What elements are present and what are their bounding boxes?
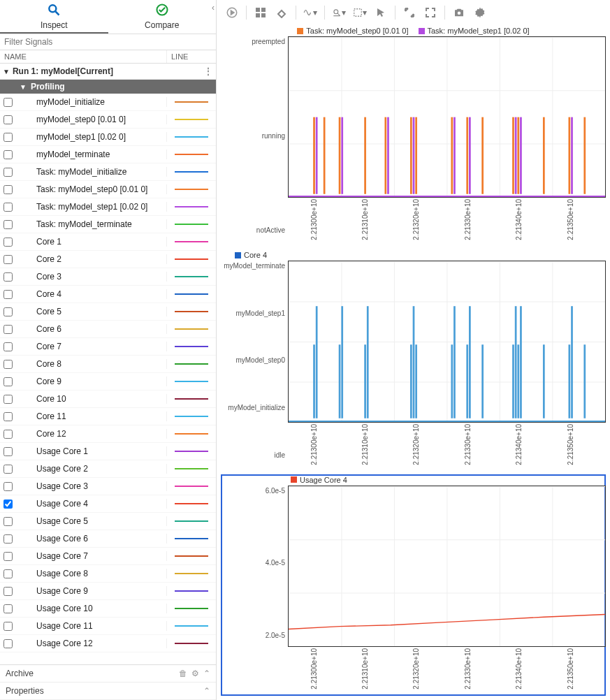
run-row[interactable]: ▼ Run 1: myModel[Current] ⋮ (0, 64, 216, 80)
chevron-up-icon[interactable]: ⌃ (203, 669, 210, 678)
fit-icon[interactable] (402, 6, 416, 20)
signal-row[interactable]: Usage Core 10 (0, 600, 216, 618)
signal-checkbox[interactable] (0, 569, 15, 578)
signal-row[interactable]: Core 6 (0, 321, 216, 338)
signal-row[interactable]: Core 9 (0, 373, 216, 391)
signal-checkbox[interactable] (0, 377, 15, 386)
signal-row[interactable]: Core 3 (0, 268, 216, 286)
signal-checkbox[interactable] (0, 622, 15, 631)
signal-checkbox[interactable] (0, 342, 15, 351)
signal-checkbox[interactable] (0, 447, 15, 456)
gear-icon[interactable] (473, 6, 487, 20)
signal-checkbox[interactable] (0, 552, 15, 561)
signal-row[interactable]: myModel_step0 [0.01 0] (0, 111, 216, 129)
signal-checkbox[interactable] (0, 150, 15, 159)
signal-row[interactable]: Usage Core 1 (0, 443, 216, 460)
signal-row[interactable]: Task: myModel_step0 [0.01 0] (0, 181, 216, 198)
signal-checkbox[interactable] (0, 325, 15, 334)
signal-row[interactable]: Usage Core 8 (0, 565, 216, 583)
signal-checkbox[interactable] (0, 360, 15, 369)
signal-row[interactable]: Core 2 (0, 251, 216, 268)
signal-checkbox[interactable] (0, 430, 15, 439)
signal-row[interactable]: Core 8 (0, 356, 216, 373)
signal-row[interactable]: Core 11 (0, 408, 216, 425)
signal-line-swatch (167, 363, 216, 365)
filter-signals-input[interactable] (0, 34, 216, 50)
signal-checkbox[interactable] (0, 465, 15, 474)
signal-tree[interactable]: ▼ Run 1: myModel[Current] ⋮ ▼ Profiling … (0, 64, 216, 664)
col-name-header[interactable]: NAME (0, 50, 167, 63)
signal-checkbox[interactable] (0, 220, 15, 229)
tab-inspect[interactable]: Inspect (0, 0, 108, 34)
chevron-up-icon[interactable]: ⌃ (203, 686, 210, 696)
signal-row[interactable]: Usage Core 12 (0, 635, 216, 652)
signal-checkbox[interactable] (0, 98, 15, 107)
signal-checkbox[interactable] (0, 115, 15, 124)
chart3-plot[interactable] (288, 486, 606, 647)
camera-icon[interactable] (452, 6, 466, 20)
chart1-plot[interactable] (288, 36, 606, 198)
signal-checkbox[interactable] (0, 272, 15, 282)
chart2-plot[interactable] (288, 261, 606, 422)
signal-checkbox[interactable] (0, 604, 15, 613)
clear-icon[interactable] (275, 6, 289, 20)
signal-row[interactable]: Usage Core 11 (0, 618, 216, 635)
chart-usage-core4[interactable]: Usage Core 4 6.0e-5 4.0e-5 2.0e-5 2.2130… (221, 474, 606, 696)
signal-row[interactable]: Task: myModel_step1 [0.02 0] (0, 198, 216, 216)
chart-core4[interactable]: Core 4 myModel_terminate myModel_step1 m… (221, 249, 606, 471)
more-icon[interactable]: ⋮ (203, 66, 213, 77)
signal-checkbox[interactable] (0, 395, 15, 404)
signal-row[interactable]: Task: myModel_terminate (0, 216, 216, 233)
signal-row[interactable]: Task: myModel_initialize (0, 163, 216, 181)
signal-checkbox[interactable] (0, 238, 15, 247)
signal-checkbox[interactable] (0, 255, 15, 264)
signal-row[interactable]: myModel_terminate (0, 146, 216, 163)
signal-row[interactable]: Core 12 (0, 425, 216, 443)
grid-layout-icon[interactable] (254, 6, 268, 20)
signal-row[interactable]: Usage Core 7 (0, 548, 216, 565)
signal-checkbox[interactable] (0, 639, 15, 648)
waveform-icon[interactable]: ▾ (303, 6, 317, 20)
chart-task-states[interactable]: Task: myModel_step0 [0.01 0] Task: myMod… (221, 25, 606, 247)
signal-checkbox[interactable] (0, 290, 15, 299)
signal-checkbox[interactable] (0, 168, 15, 177)
properties-panel[interactable]: Properties ⌃ (0, 683, 216, 700)
signal-checkbox[interactable] (0, 185, 15, 194)
run-icon[interactable] (225, 6, 239, 20)
signal-row[interactable]: Core 1 (0, 233, 216, 251)
signal-checkbox[interactable] (0, 412, 15, 421)
tab-compare[interactable]: Compare (108, 0, 217, 34)
signal-row[interactable]: Core 7 (0, 338, 216, 356)
signal-checkbox[interactable] (0, 534, 15, 544)
fullscreen-icon[interactable] (423, 6, 437, 20)
signal-row[interactable]: Usage Core 2 (0, 460, 216, 478)
archive-panel[interactable]: Archive 🗑 ⚙ ⌃ (0, 665, 216, 683)
signal-row[interactable]: Usage Core 6 (0, 530, 216, 548)
pointer-icon[interactable] (374, 6, 388, 20)
trash-icon[interactable]: 🗑 (179, 669, 187, 678)
signal-row[interactable]: myModel_step1 [0.02 0] (0, 129, 216, 146)
signal-checkbox[interactable] (0, 482, 15, 491)
signal-row[interactable]: Usage Core 4 (0, 495, 216, 513)
signal-checkbox[interactable] (0, 500, 15, 509)
signal-row[interactable]: Core 10 (0, 391, 216, 408)
signal-row[interactable]: Usage Core 3 (0, 478, 216, 495)
legend-swatch (235, 252, 241, 258)
signal-row[interactable]: myModel_initialize (0, 94, 216, 111)
signal-checkbox[interactable] (0, 307, 15, 316)
signal-row[interactable]: Core 5 (0, 303, 216, 321)
col-line-header[interactable]: LINE (167, 50, 216, 63)
cursor-measure-icon[interactable]: ▾ (332, 6, 346, 20)
signal-row[interactable]: Usage Core 5 (0, 513, 216, 530)
zoom-region-icon[interactable]: ▾ (353, 6, 367, 20)
signal-checkbox[interactable] (0, 517, 15, 526)
collapse-sidebar-icon[interactable]: ‹ (212, 3, 215, 13)
group-profiling[interactable]: ▼ Profiling (0, 80, 216, 94)
signal-checkbox[interactable] (0, 587, 15, 596)
gear-icon[interactable]: ⚙ (191, 669, 199, 678)
signal-checkbox[interactable] (0, 203, 15, 212)
chart1-xticks: 2.21300e+102.21310e+102.21320e+102.21330… (288, 198, 606, 247)
signal-checkbox[interactable] (0, 133, 15, 142)
signal-row[interactable]: Core 4 (0, 286, 216, 303)
signal-row[interactable]: Usage Core 9 (0, 583, 216, 600)
